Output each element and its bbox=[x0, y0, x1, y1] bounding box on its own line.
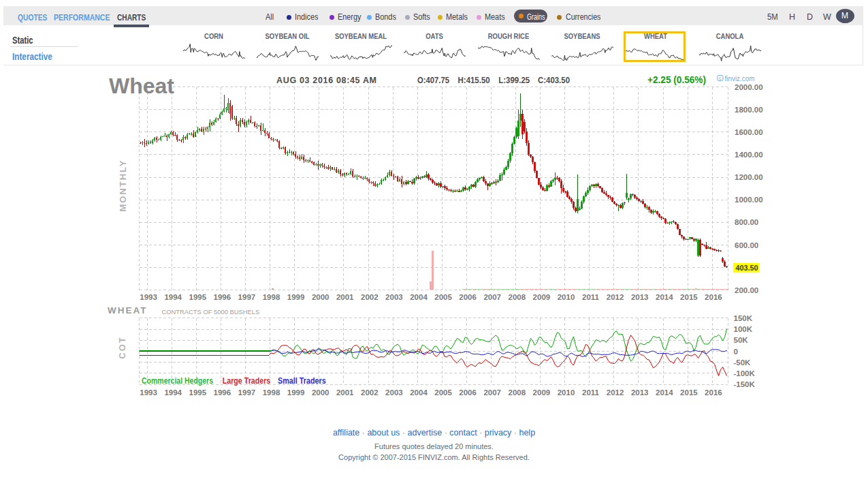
svg-text:1993: 1993 bbox=[140, 293, 157, 301]
svg-text:2011: 2011 bbox=[582, 388, 600, 397]
svg-text:2006: 2006 bbox=[459, 388, 477, 397]
svg-text:1000.00: 1000.00 bbox=[735, 196, 763, 204]
svg-text:2014: 2014 bbox=[656, 388, 673, 397]
svg-text:1600.00: 1600.00 bbox=[735, 128, 763, 136]
svg-text:50K: 50K bbox=[734, 336, 749, 344]
svg-text:600.00: 600.00 bbox=[735, 241, 758, 249]
svg-text:-150K: -150K bbox=[734, 380, 756, 388]
svg-text:L:399.25: L:399.25 bbox=[498, 76, 530, 85]
svg-text:2008: 2008 bbox=[509, 388, 526, 397]
svg-text:2013: 2013 bbox=[631, 388, 649, 397]
svg-text:1995: 1995 bbox=[189, 293, 207, 301]
svg-text:2006: 2006 bbox=[459, 293, 477, 301]
svg-text:1400.00: 1400.00 bbox=[735, 151, 763, 159]
svg-text:0: 0 bbox=[734, 348, 738, 356]
svg-text:1994: 1994 bbox=[164, 293, 182, 301]
svg-text:1999: 1999 bbox=[287, 293, 305, 301]
svg-text:2005: 2005 bbox=[434, 293, 452, 301]
svg-text:403.50: 403.50 bbox=[736, 264, 758, 272]
svg-text:1998: 1998 bbox=[263, 388, 280, 397]
svg-text:c: c bbox=[719, 76, 722, 80]
svg-text:150K: 150K bbox=[734, 314, 753, 322]
svg-text:2015: 2015 bbox=[680, 388, 698, 397]
svg-text:200.00: 200.00 bbox=[735, 286, 758, 294]
svg-text:2009: 2009 bbox=[533, 293, 551, 301]
svg-text:2000.00: 2000.00 bbox=[735, 83, 763, 91]
svg-text:1996: 1996 bbox=[214, 293, 231, 301]
svg-text:2016: 2016 bbox=[705, 293, 722, 301]
svg-text:2012: 2012 bbox=[607, 388, 624, 397]
svg-text:CONTRACTS OF 5000 BUSHELS: CONTRACTS OF 5000 BUSHELS bbox=[162, 308, 260, 316]
svg-text:1994: 1994 bbox=[164, 388, 182, 397]
svg-text:2007: 2007 bbox=[483, 293, 501, 301]
svg-text:COT: COT bbox=[117, 336, 127, 358]
svg-text:2001: 2001 bbox=[336, 388, 354, 397]
svg-text:1993: 1993 bbox=[140, 388, 157, 397]
svg-text:-100K: -100K bbox=[734, 369, 756, 378]
svg-text:2010: 2010 bbox=[558, 293, 575, 301]
svg-text:2010: 2010 bbox=[558, 388, 575, 397]
svg-text:1997: 1997 bbox=[238, 388, 256, 397]
svg-text:O:407.75: O:407.75 bbox=[417, 76, 449, 85]
svg-text:Small Traders: Small Traders bbox=[278, 376, 326, 386]
svg-text:1997: 1997 bbox=[238, 293, 256, 301]
svg-text:2001: 2001 bbox=[336, 293, 354, 301]
svg-text:2000: 2000 bbox=[312, 293, 329, 301]
svg-text:100K: 100K bbox=[734, 325, 753, 333]
svg-text:2015: 2015 bbox=[680, 293, 698, 301]
svg-text:2002: 2002 bbox=[361, 388, 379, 397]
svg-text:2004: 2004 bbox=[410, 293, 428, 301]
svg-text:1200.00: 1200.00 bbox=[735, 173, 763, 181]
svg-text:2014: 2014 bbox=[656, 293, 673, 301]
svg-text:2007: 2007 bbox=[483, 388, 501, 397]
svg-text:Commercial Hedgers: Commercial Hedgers bbox=[142, 376, 213, 386]
svg-text:Large Traders: Large Traders bbox=[223, 376, 271, 386]
svg-text:2011: 2011 bbox=[582, 293, 600, 301]
svg-text:-50K: -50K bbox=[734, 358, 752, 367]
svg-text:2013: 2013 bbox=[631, 293, 649, 301]
svg-text:AUG 03 2016 08:45 AM: AUG 03 2016 08:45 AM bbox=[276, 76, 376, 85]
svg-text:C:403.50: C:403.50 bbox=[538, 76, 570, 85]
svg-text:2000: 2000 bbox=[312, 388, 329, 397]
svg-text:2012: 2012 bbox=[607, 293, 624, 301]
svg-text:1998: 1998 bbox=[263, 293, 280, 301]
svg-text:+2.25 (0.56%): +2.25 (0.56%) bbox=[647, 74, 706, 85]
svg-text:2003: 2003 bbox=[385, 388, 403, 397]
svg-text:2005: 2005 bbox=[434, 388, 452, 397]
svg-text:Wheat: Wheat bbox=[109, 74, 174, 98]
svg-text:WHEAT: WHEAT bbox=[108, 305, 146, 316]
svg-text:H:415.50: H:415.50 bbox=[458, 76, 490, 85]
svg-text:2003: 2003 bbox=[385, 293, 403, 301]
svg-text:2002: 2002 bbox=[361, 293, 379, 301]
svg-text:2008: 2008 bbox=[509, 293, 526, 301]
svg-text:2004: 2004 bbox=[410, 388, 428, 397]
svg-text:1995: 1995 bbox=[189, 388, 207, 397]
svg-text:MONTHLY: MONTHLY bbox=[118, 159, 128, 211]
svg-text:finviz.com: finviz.com bbox=[725, 74, 755, 82]
svg-text:1996: 1996 bbox=[214, 388, 231, 397]
svg-text:1999: 1999 bbox=[287, 388, 305, 397]
svg-text:800.00: 800.00 bbox=[735, 218, 758, 226]
svg-text:1800.00: 1800.00 bbox=[735, 106, 763, 114]
svg-text:2009: 2009 bbox=[533, 388, 551, 397]
svg-text:2016: 2016 bbox=[705, 388, 722, 397]
